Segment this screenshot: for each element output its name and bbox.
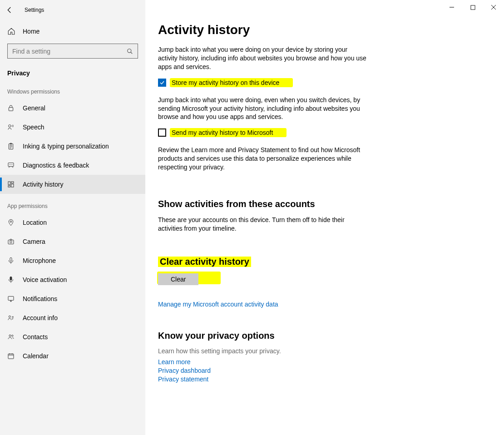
close-button[interactable] <box>483 0 504 15</box>
privacy-statement-link[interactable]: Privacy statement <box>158 376 488 383</box>
nav-item-calendar[interactable]: Calendar <box>0 346 145 366</box>
nav-item-contacts[interactable]: Contacts <box>0 327 145 346</box>
nav-item-label: Speech <box>23 124 44 131</box>
nav-item-inking[interactable]: Inking & typing personalization <box>0 137 145 156</box>
nav-item-label: Calendar <box>23 352 49 360</box>
nav-home-label: Home <box>23 28 40 35</box>
svg-rect-20 <box>470 5 474 9</box>
page-title: Activity history <box>158 23 488 37</box>
nav-item-general[interactable]: General <box>0 99 145 118</box>
nav-item-label: Activity history <box>23 181 63 188</box>
privacy-options-description: Learn how this setting impacts your priv… <box>158 347 488 355</box>
description-1: Jump back into what you were doing on yo… <box>158 45 367 71</box>
search-box[interactable] <box>7 44 138 59</box>
nav-item-microphone[interactable]: Microphone <box>0 251 145 270</box>
nav-item-label: Location <box>23 219 47 226</box>
nav-item-notifications[interactable]: Notifications <box>0 289 145 308</box>
nav-item-label: General <box>23 104 45 112</box>
nav-item-label: Camera <box>23 238 45 245</box>
svg-rect-13 <box>10 257 12 261</box>
checkbox-send-microsoft[interactable]: Send my activity history to Microsoft <box>158 129 488 137</box>
learn-more-link[interactable]: Learn more <box>158 358 488 366</box>
main-content: Activity history Jump back into what you… <box>145 0 504 435</box>
checkbox-store-activity[interactable]: Store my activity history on this device <box>158 79 488 87</box>
svg-point-16 <box>9 316 10 317</box>
checkbox-label: Store my activity history on this device <box>171 79 280 87</box>
minimize-button[interactable] <box>441 0 462 15</box>
svg-rect-14 <box>10 277 12 280</box>
nav-item-account-info[interactable]: Account info <box>0 308 145 327</box>
maximize-button[interactable] <box>462 0 483 15</box>
nav-item-label: Diagnostics & feedback <box>23 162 89 169</box>
contacts-icon <box>7 333 15 341</box>
nav-item-label: Voice activation <box>23 276 67 283</box>
svg-rect-9 <box>11 184 14 187</box>
checkbox-icon <box>158 79 166 87</box>
svg-point-18 <box>12 335 13 336</box>
feedback-icon <box>7 162 15 169</box>
back-button[interactable] <box>5 6 14 14</box>
lock-icon <box>7 104 15 112</box>
svg-point-17 <box>9 335 11 336</box>
svg-rect-6 <box>8 182 10 185</box>
sidebar: Settings Home Privacy Windows permission… <box>0 0 145 435</box>
nav-item-location[interactable]: Location <box>0 213 145 232</box>
checkbox-label: Send my activity history to Microsoft <box>171 129 274 137</box>
privacy-options-heading: Know your privacy options <box>158 331 488 341</box>
accounts-description: These are your accounts on this device. … <box>158 216 349 233</box>
svg-point-12 <box>10 241 12 243</box>
accounts-heading: Show activities from these accounts <box>158 199 488 209</box>
manage-account-link[interactable]: Manage my Microsoft account activity dat… <box>158 301 488 308</box>
nav-item-label: Inking & typing personalization <box>23 143 109 150</box>
privacy-dashboard-link[interactable]: Privacy dashboard <box>158 367 488 374</box>
nav-item-activity-history[interactable]: Activity history <box>0 175 145 194</box>
app-title: Settings <box>25 7 44 13</box>
clipboard-icon <box>7 143 15 150</box>
search-input[interactable] <box>12 48 127 55</box>
voice-icon <box>7 276 15 283</box>
nav-item-label: Microphone <box>23 257 56 264</box>
camera-icon <box>7 238 15 245</box>
account-icon <box>7 314 15 321</box>
checkbox-icon <box>158 129 166 137</box>
search-icon <box>127 48 133 54</box>
svg-rect-1 <box>9 108 13 111</box>
home-icon <box>7 27 15 35</box>
clear-button[interactable]: Clear <box>158 273 198 285</box>
svg-rect-8 <box>11 182 14 183</box>
nav-item-camera[interactable]: Camera <box>0 232 145 251</box>
notifications-icon <box>7 295 15 302</box>
window-controls <box>441 0 504 15</box>
calendar-icon <box>7 352 15 360</box>
svg-rect-15 <box>8 297 14 301</box>
nav-item-label: Account info <box>23 314 58 321</box>
svg-point-2 <box>9 125 11 127</box>
nav-item-speech[interactable]: Speech <box>0 118 145 137</box>
nav-group-windows: Windows permissions <box>0 79 145 99</box>
nav-item-diagnostics[interactable]: Diagnostics & feedback <box>0 156 145 175</box>
activity-icon <box>7 181 15 188</box>
nav-item-label: Notifications <box>23 295 57 302</box>
nav-item-voice-activation[interactable]: Voice activation <box>0 270 145 289</box>
svg-point-10 <box>10 221 11 222</box>
speech-icon <box>7 124 15 131</box>
nav-group-app: App permissions <box>0 194 145 213</box>
svg-rect-19 <box>8 354 14 359</box>
nav-item-label: Contacts <box>23 333 48 341</box>
nav-home[interactable]: Home <box>0 23 145 40</box>
location-icon <box>7 219 15 226</box>
svg-point-0 <box>128 49 131 52</box>
nav-category: Privacy <box>0 65 145 79</box>
description-3: Review the Learn more and Privacy Statem… <box>158 146 367 172</box>
description-2: Jump back into what you were doing, even… <box>158 96 367 122</box>
svg-rect-7 <box>8 186 10 187</box>
microphone-icon <box>7 257 15 264</box>
clear-heading: Clear activity history <box>158 257 251 267</box>
